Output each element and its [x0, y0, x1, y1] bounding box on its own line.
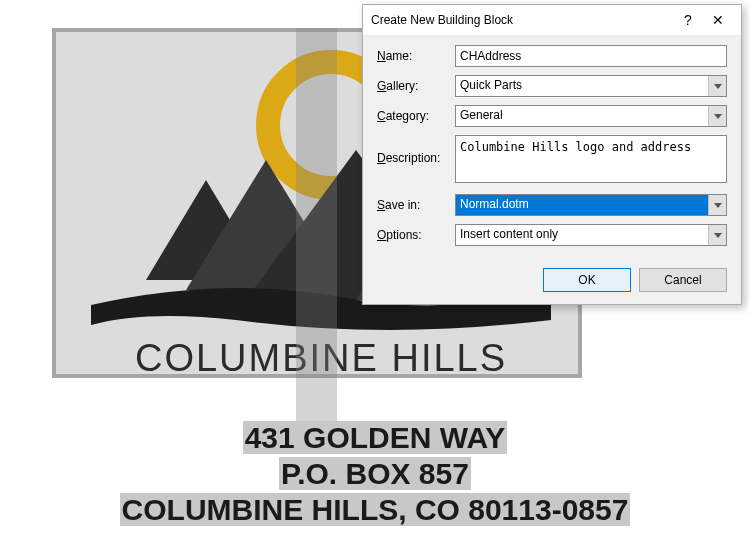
options-combo[interactable]: Insert content only [455, 224, 727, 246]
chevron-down-icon[interactable] [708, 106, 726, 126]
category-label: Category: [377, 109, 455, 123]
svg-marker-4 [714, 84, 722, 89]
selection-highlight [296, 28, 337, 428]
description-input[interactable]: Columbine Hills logo and address [455, 135, 727, 183]
svg-marker-7 [714, 233, 722, 238]
gallery-label: Gallery: [377, 79, 455, 93]
create-building-block-dialog: Create New Building Block ? ✕ Name: Gall… [362, 4, 742, 305]
chevron-down-icon[interactable] [708, 195, 726, 215]
address-line-1: 431 GOLDEN WAY [243, 421, 508, 454]
close-button[interactable]: ✕ [703, 12, 733, 28]
save-in-combo[interactable]: Normal.dotm [455, 194, 727, 216]
help-button[interactable]: ? [673, 12, 703, 28]
dialog-titlebar[interactable]: Create New Building Block ? ✕ [363, 5, 741, 35]
description-label: Description: [377, 135, 455, 165]
category-combo[interactable]: General [455, 105, 727, 127]
name-label: Name: [377, 49, 455, 63]
save-in-label: Save in: [377, 198, 455, 212]
address-line-2: P.O. BOX 857 [279, 457, 471, 490]
chevron-down-icon[interactable] [708, 76, 726, 96]
dialog-title: Create New Building Block [371, 13, 673, 27]
address-line-3: COLUMBINE HILLS, CO 80113-0857 [120, 493, 631, 526]
address-block: 431 GOLDEN WAY P.O. BOX 857 COLUMBINE HI… [0, 420, 750, 528]
svg-marker-6 [714, 203, 722, 208]
options-label: Options: [377, 228, 455, 242]
chevron-down-icon[interactable] [708, 225, 726, 245]
gallery-combo[interactable]: Quick Parts [455, 75, 727, 97]
cancel-button[interactable]: Cancel [639, 268, 727, 292]
name-input[interactable] [455, 45, 727, 67]
svg-marker-5 [714, 114, 722, 119]
ok-button[interactable]: OK [543, 268, 631, 292]
